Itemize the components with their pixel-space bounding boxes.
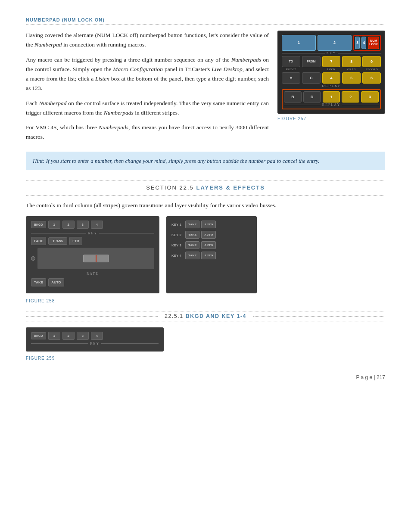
rate-label-row: RATE: [31, 272, 154, 276]
fig259-line-l: [31, 343, 88, 344]
np-btn-c[interactable]: C: [302, 72, 321, 84]
label-record: RECORD: [362, 68, 381, 71]
section-title: LAYERS & EFFECTS: [196, 184, 265, 191]
figure-257-label: FIGURE 257: [277, 116, 385, 121]
ctrl-auto[interactable]: AUTO: [48, 278, 64, 286]
np-btn-from[interactable]: FROM: [302, 56, 321, 67]
ctrl-3[interactable]: 3: [77, 221, 89, 229]
key1-row: KEY 1 TAKE AUTO: [171, 221, 252, 228]
ctrl-ftb[interactable]: FTB: [69, 237, 82, 245]
key1-label: KEY 1: [171, 223, 184, 227]
np-btn-9[interactable]: 9: [362, 56, 381, 67]
np-btn-7[interactable]: 7: [322, 56, 341, 67]
ctrl-1[interactable]: 1: [48, 221, 60, 229]
fig259-1[interactable]: 1: [48, 332, 60, 340]
key-label: KEY: [325, 51, 338, 55]
np-btn-replay2[interactable]: 2: [342, 91, 359, 103]
numpad-heading: NUMBERPAD (NUM LOCK ON): [26, 17, 385, 25]
key2-label: KEY 2: [171, 233, 184, 237]
fig259-bkgd[interactable]: BKGD: [31, 332, 46, 339]
key-line-right: [338, 53, 381, 53]
np-btn-4[interactable]: 4: [361, 37, 366, 49]
fig259-key-label: KEY: [88, 342, 101, 345]
np-btn-b[interactable]: B: [284, 91, 302, 103]
np-btn-d[interactable]: D: [303, 91, 321, 103]
figure-258-left: BKGD 1 2 3 4 KEY FADE TRANS FTB: [26, 216, 159, 293]
fader-red-line: [96, 255, 97, 262]
np-btn-replay3[interactable]: 3: [361, 91, 379, 103]
subsection-prefix: 22.5.1: [165, 313, 184, 319]
np-btn-8[interactable]: 8: [342, 56, 361, 67]
np-btn-numlock[interactable]: NUMLOCK: [368, 37, 379, 49]
key-line-left: [282, 53, 325, 53]
page-footer: P a g e | 217: [356, 374, 385, 380]
subsection-heading-row: 22.5.1 BKGD AND KEY 1-4: [26, 313, 385, 319]
key3-auto[interactable]: AUTO: [201, 241, 216, 249]
fig259-3[interactable]: 3: [77, 332, 89, 340]
key-row-wrapper: 1 2 3 4 NUMLOCK KEY: [282, 35, 381, 55]
fig259-line-r: [101, 343, 159, 344]
key4-label: KEY 4: [171, 254, 184, 258]
np-btn-1[interactable]: 1: [282, 35, 316, 51]
np-btn-replay4[interactable]: 4: [322, 72, 341, 84]
key1-take[interactable]: TAKE: [185, 221, 199, 228]
np-row-ac-456: A C 4 5 6: [282, 72, 381, 84]
fader-row: [31, 248, 154, 269]
para-1: Having covered the alternate (NUM LOCK o…: [26, 31, 269, 50]
key4-row: KEY 4 TAKE AUTO: [171, 252, 252, 259]
np-row-bd-123: B D 1 2 3: [284, 91, 379, 103]
np-btn-replay1[interactable]: 1: [323, 91, 340, 103]
ctrl-line-r: [99, 233, 154, 233]
section-prefix: SECTION 22.5: [146, 184, 194, 191]
bkgd-key-row: BKGD 1 2 3 4: [31, 221, 154, 229]
fig259-4[interactable]: 4: [91, 332, 103, 340]
key1-auto[interactable]: AUTO: [201, 221, 216, 228]
section-body-text: The controls in third column (all stripe…: [26, 201, 385, 210]
key2-take[interactable]: TAKE: [185, 231, 199, 239]
np-btn-replay6[interactable]: 6: [362, 72, 381, 84]
key3-take[interactable]: TAKE: [185, 241, 199, 249]
fader-handle[interactable]: [83, 255, 109, 262]
para-4: For VMC 4S, which has three Numberpads, …: [26, 123, 269, 142]
np-btn-2[interactable]: 2: [318, 35, 352, 51]
label-grab: GRAB: [342, 68, 361, 71]
ctrl-take[interactable]: TAKE: [31, 278, 46, 286]
fig259-2[interactable]: 2: [62, 332, 75, 340]
func-row-labels: PREVIZ LOCK GRAB RECORD: [282, 68, 381, 71]
key2-auto[interactable]: AUTO: [201, 231, 216, 239]
label-lock: LOCK: [322, 68, 341, 71]
ctrl-bkgd[interactable]: BKGD: [31, 221, 46, 228]
figure-259-label: FIGURE 259: [26, 356, 385, 361]
subsec-rule-right: [253, 316, 385, 317]
figure-259-container: BKGD 1 2 3 4 KEY: [26, 327, 164, 352]
key4-take[interactable]: TAKE: [185, 252, 199, 259]
figure-258-container: BKGD 1 2 3 4 KEY FADE TRANS FTB: [26, 216, 385, 293]
key4-auto[interactable]: AUTO: [201, 252, 216, 259]
np-btn-to[interactable]: TO: [282, 56, 300, 67]
figure-257-container: 1 2 3 4 NUMLOCK KEY: [277, 31, 385, 114]
key-row: 1 2 3 4 NUMLOCK: [282, 35, 381, 51]
key3-label: KEY 3: [171, 243, 184, 247]
take-auto-row: TAKE AUTO: [31, 278, 154, 286]
np-btn-replay5[interactable]: 5: [342, 72, 361, 84]
page: NUMBERPAD (NUM LOCK ON) Having covered t…: [0, 0, 411, 391]
np-btn-3[interactable]: 3: [355, 37, 360, 49]
ctrl-2[interactable]: 2: [62, 221, 75, 229]
subsection-heading: 22.5.1 BKGD AND KEY 1-4: [158, 313, 253, 319]
ctrl-4[interactable]: 4: [91, 221, 103, 229]
figure-258-right: KEY 1 TAKE AUTO KEY 2 TAKE AUTO KEY 3 TA…: [166, 216, 257, 293]
figure-259-area: BKGD 1 2 3 4 KEY FIGURE 259: [26, 327, 385, 361]
section-body: The controls in third column (all stripe…: [26, 201, 385, 210]
fade-trans-row: FADE TRANS FTB: [31, 237, 154, 245]
ctrl-trans[interactable]: TRANS: [48, 237, 67, 245]
figure-257-image-area: 1 2 3 4 NUMLOCK KEY: [277, 31, 385, 147]
label-empty: [302, 68, 321, 71]
np-btn-a[interactable]: A: [282, 72, 300, 84]
section-rule-bottom: [26, 195, 385, 196]
np-row-to-from: TO FROM 7 8 9: [282, 56, 381, 67]
key-underline: KEY: [282, 51, 381, 55]
replay-underline-bottom: REPLAY: [284, 103, 379, 107]
ctrl-fade[interactable]: FADE: [31, 237, 46, 245]
fader-track[interactable]: [37, 248, 154, 269]
numpad-section: Having covered the alternate (NUM LOCK o…: [26, 31, 385, 147]
